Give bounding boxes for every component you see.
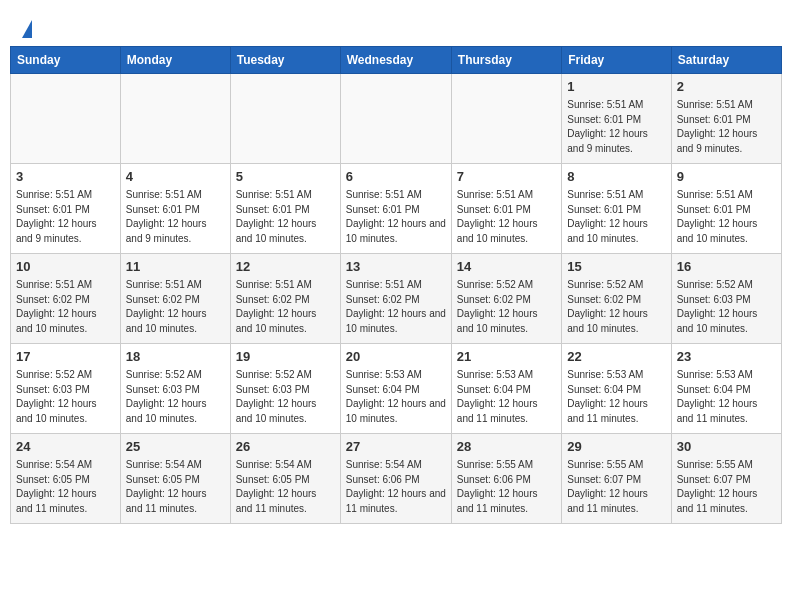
calendar-cell: [120, 74, 230, 164]
day-info: Sunrise: 5:51 AM Sunset: 6:01 PM Dayligh…: [457, 188, 556, 246]
calendar-week-3: 10Sunrise: 5:51 AM Sunset: 6:02 PM Dayli…: [11, 254, 782, 344]
weekday-header-thursday: Thursday: [451, 47, 561, 74]
calendar-cell: 3Sunrise: 5:51 AM Sunset: 6:01 PM Daylig…: [11, 164, 121, 254]
day-number: 15: [567, 258, 665, 276]
day-number: 8: [567, 168, 665, 186]
day-info: Sunrise: 5:51 AM Sunset: 6:01 PM Dayligh…: [126, 188, 225, 246]
day-number: 19: [236, 348, 335, 366]
calendar-cell: 13Sunrise: 5:51 AM Sunset: 6:02 PM Dayli…: [340, 254, 451, 344]
day-number: 21: [457, 348, 556, 366]
day-number: 3: [16, 168, 115, 186]
day-number: 18: [126, 348, 225, 366]
calendar-cell: 22Sunrise: 5:53 AM Sunset: 6:04 PM Dayli…: [562, 344, 671, 434]
calendar-cell: 23Sunrise: 5:53 AM Sunset: 6:04 PM Dayli…: [671, 344, 781, 434]
day-number: 23: [677, 348, 776, 366]
calendar-cell: 19Sunrise: 5:52 AM Sunset: 6:03 PM Dayli…: [230, 344, 340, 434]
logo-triangle-icon: [22, 20, 32, 38]
calendar-cell: 14Sunrise: 5:52 AM Sunset: 6:02 PM Dayli…: [451, 254, 561, 344]
calendar-cell: 1Sunrise: 5:51 AM Sunset: 6:01 PM Daylig…: [562, 74, 671, 164]
day-info: Sunrise: 5:52 AM Sunset: 6:02 PM Dayligh…: [457, 278, 556, 336]
day-info: Sunrise: 5:54 AM Sunset: 6:05 PM Dayligh…: [126, 458, 225, 516]
calendar-cell: 18Sunrise: 5:52 AM Sunset: 6:03 PM Dayli…: [120, 344, 230, 434]
calendar-cell: 17Sunrise: 5:52 AM Sunset: 6:03 PM Dayli…: [11, 344, 121, 434]
calendar-cell: [451, 74, 561, 164]
day-number: 10: [16, 258, 115, 276]
calendar-cell: 7Sunrise: 5:51 AM Sunset: 6:01 PM Daylig…: [451, 164, 561, 254]
day-info: Sunrise: 5:53 AM Sunset: 6:04 PM Dayligh…: [567, 368, 665, 426]
day-info: Sunrise: 5:51 AM Sunset: 6:01 PM Dayligh…: [677, 98, 776, 156]
calendar-cell: 26Sunrise: 5:54 AM Sunset: 6:05 PM Dayli…: [230, 434, 340, 524]
calendar-week-4: 17Sunrise: 5:52 AM Sunset: 6:03 PM Dayli…: [11, 344, 782, 434]
calendar-cell: 29Sunrise: 5:55 AM Sunset: 6:07 PM Dayli…: [562, 434, 671, 524]
day-number: 25: [126, 438, 225, 456]
calendar-week-1: 1Sunrise: 5:51 AM Sunset: 6:01 PM Daylig…: [11, 74, 782, 164]
calendar-week-2: 3Sunrise: 5:51 AM Sunset: 6:01 PM Daylig…: [11, 164, 782, 254]
calendar-cell: 21Sunrise: 5:53 AM Sunset: 6:04 PM Dayli…: [451, 344, 561, 434]
page-header: [10, 10, 782, 41]
day-number: 9: [677, 168, 776, 186]
calendar-cell: 15Sunrise: 5:52 AM Sunset: 6:02 PM Dayli…: [562, 254, 671, 344]
calendar-table: SundayMondayTuesdayWednesdayThursdayFrid…: [10, 46, 782, 524]
calendar-cell: 9Sunrise: 5:51 AM Sunset: 6:01 PM Daylig…: [671, 164, 781, 254]
day-info: Sunrise: 5:51 AM Sunset: 6:02 PM Dayligh…: [16, 278, 115, 336]
day-number: 11: [126, 258, 225, 276]
calendar-cell: 2Sunrise: 5:51 AM Sunset: 6:01 PM Daylig…: [671, 74, 781, 164]
day-info: Sunrise: 5:52 AM Sunset: 6:03 PM Dayligh…: [126, 368, 225, 426]
day-number: 29: [567, 438, 665, 456]
day-info: Sunrise: 5:54 AM Sunset: 6:06 PM Dayligh…: [346, 458, 446, 516]
calendar-cell: 24Sunrise: 5:54 AM Sunset: 6:05 PM Dayli…: [11, 434, 121, 524]
weekday-header-row: SundayMondayTuesdayWednesdayThursdayFrid…: [11, 47, 782, 74]
day-info: Sunrise: 5:53 AM Sunset: 6:04 PM Dayligh…: [457, 368, 556, 426]
logo: [20, 20, 32, 36]
calendar-cell: [340, 74, 451, 164]
calendar-cell: [11, 74, 121, 164]
day-number: 28: [457, 438, 556, 456]
weekday-header-saturday: Saturday: [671, 47, 781, 74]
day-info: Sunrise: 5:53 AM Sunset: 6:04 PM Dayligh…: [346, 368, 446, 426]
day-number: 2: [677, 78, 776, 96]
day-number: 4: [126, 168, 225, 186]
calendar-cell: 10Sunrise: 5:51 AM Sunset: 6:02 PM Dayli…: [11, 254, 121, 344]
day-number: 30: [677, 438, 776, 456]
day-number: 1: [567, 78, 665, 96]
day-info: Sunrise: 5:55 AM Sunset: 6:07 PM Dayligh…: [677, 458, 776, 516]
day-number: 7: [457, 168, 556, 186]
calendar-cell: [230, 74, 340, 164]
day-info: Sunrise: 5:52 AM Sunset: 6:02 PM Dayligh…: [567, 278, 665, 336]
calendar-cell: 25Sunrise: 5:54 AM Sunset: 6:05 PM Dayli…: [120, 434, 230, 524]
weekday-header-friday: Friday: [562, 47, 671, 74]
weekday-header-wednesday: Wednesday: [340, 47, 451, 74]
calendar-cell: 27Sunrise: 5:54 AM Sunset: 6:06 PM Dayli…: [340, 434, 451, 524]
day-info: Sunrise: 5:54 AM Sunset: 6:05 PM Dayligh…: [16, 458, 115, 516]
day-info: Sunrise: 5:51 AM Sunset: 6:01 PM Dayligh…: [567, 98, 665, 156]
day-info: Sunrise: 5:51 AM Sunset: 6:01 PM Dayligh…: [346, 188, 446, 246]
day-number: 13: [346, 258, 446, 276]
calendar-cell: 6Sunrise: 5:51 AM Sunset: 6:01 PM Daylig…: [340, 164, 451, 254]
day-info: Sunrise: 5:51 AM Sunset: 6:02 PM Dayligh…: [126, 278, 225, 336]
day-number: 14: [457, 258, 556, 276]
calendar-cell: 30Sunrise: 5:55 AM Sunset: 6:07 PM Dayli…: [671, 434, 781, 524]
day-number: 12: [236, 258, 335, 276]
day-info: Sunrise: 5:51 AM Sunset: 6:01 PM Dayligh…: [567, 188, 665, 246]
calendar-cell: 20Sunrise: 5:53 AM Sunset: 6:04 PM Dayli…: [340, 344, 451, 434]
day-number: 20: [346, 348, 446, 366]
day-info: Sunrise: 5:51 AM Sunset: 6:02 PM Dayligh…: [346, 278, 446, 336]
weekday-header-sunday: Sunday: [11, 47, 121, 74]
day-info: Sunrise: 5:51 AM Sunset: 6:01 PM Dayligh…: [16, 188, 115, 246]
calendar-header: SundayMondayTuesdayWednesdayThursdayFrid…: [11, 47, 782, 74]
day-info: Sunrise: 5:55 AM Sunset: 6:06 PM Dayligh…: [457, 458, 556, 516]
day-number: 26: [236, 438, 335, 456]
calendar-cell: 28Sunrise: 5:55 AM Sunset: 6:06 PM Dayli…: [451, 434, 561, 524]
day-info: Sunrise: 5:55 AM Sunset: 6:07 PM Dayligh…: [567, 458, 665, 516]
weekday-header-monday: Monday: [120, 47, 230, 74]
day-number: 24: [16, 438, 115, 456]
day-number: 27: [346, 438, 446, 456]
calendar-cell: 12Sunrise: 5:51 AM Sunset: 6:02 PM Dayli…: [230, 254, 340, 344]
calendar-cell: 11Sunrise: 5:51 AM Sunset: 6:02 PM Dayli…: [120, 254, 230, 344]
calendar-week-5: 24Sunrise: 5:54 AM Sunset: 6:05 PM Dayli…: [11, 434, 782, 524]
day-number: 16: [677, 258, 776, 276]
calendar-cell: 4Sunrise: 5:51 AM Sunset: 6:01 PM Daylig…: [120, 164, 230, 254]
day-info: Sunrise: 5:51 AM Sunset: 6:01 PM Dayligh…: [677, 188, 776, 246]
day-number: 22: [567, 348, 665, 366]
day-info: Sunrise: 5:53 AM Sunset: 6:04 PM Dayligh…: [677, 368, 776, 426]
